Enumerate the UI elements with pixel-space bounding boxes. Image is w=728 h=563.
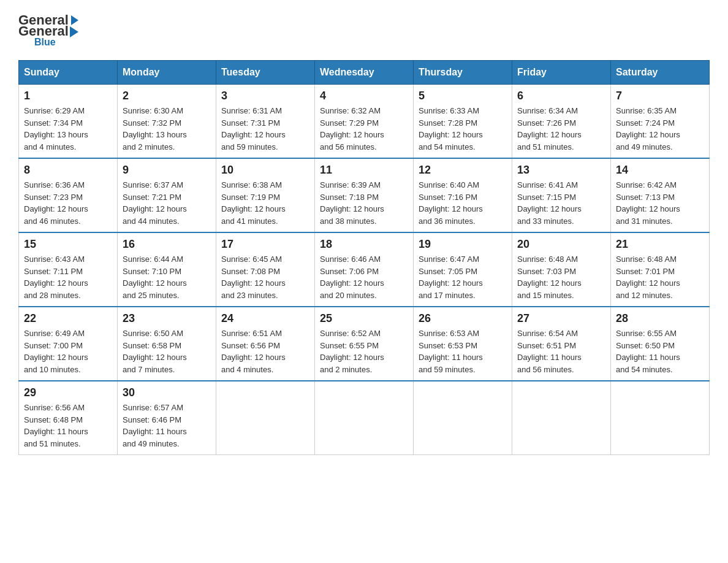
day-info: Sunrise: 6:40 AMSunset: 7:16 PMDaylight:… <box>419 179 507 227</box>
table-row: 10Sunrise: 6:38 AMSunset: 7:19 PMDayligh… <box>216 158 315 232</box>
col-monday: Monday <box>118 61 216 85</box>
day-number: 20 <box>517 238 605 251</box>
table-row <box>315 381 414 455</box>
table-row: 27Sunrise: 6:54 AMSunset: 6:51 PMDayligh… <box>512 307 611 381</box>
day-number: 30 <box>123 386 211 399</box>
day-info: Sunrise: 6:57 AMSunset: 6:46 PMDaylight:… <box>123 402 211 450</box>
day-number: 9 <box>123 164 211 177</box>
day-info: Sunrise: 6:37 AMSunset: 7:21 PMDaylight:… <box>123 179 211 227</box>
table-row: 23Sunrise: 6:50 AMSunset: 6:58 PMDayligh… <box>118 307 216 381</box>
table-row <box>512 381 611 455</box>
table-row: 4Sunrise: 6:32 AMSunset: 7:29 PMDaylight… <box>315 85 414 159</box>
day-number: 21 <box>616 238 704 251</box>
table-row: 7Sunrise: 6:35 AMSunset: 7:24 PMDaylight… <box>611 85 710 159</box>
table-row <box>414 381 512 455</box>
table-row: 14Sunrise: 6:42 AMSunset: 7:13 PMDayligh… <box>611 158 710 232</box>
day-number: 3 <box>221 90 309 102</box>
day-number: 13 <box>517 164 605 177</box>
calendar-table: Sunday Monday Tuesday Wednesday Thursday… <box>18 60 710 455</box>
week-row-2: 8Sunrise: 6:36 AMSunset: 7:23 PMDaylight… <box>19 158 710 232</box>
day-info: Sunrise: 6:42 AMSunset: 7:13 PMDaylight:… <box>616 179 704 227</box>
day-number: 16 <box>123 238 211 251</box>
day-number: 23 <box>123 312 211 325</box>
day-info: Sunrise: 6:34 AMSunset: 7:26 PMDaylight:… <box>517 105 605 153</box>
day-number: 26 <box>419 312 507 325</box>
day-info: Sunrise: 6:56 AMSunset: 6:48 PMDaylight:… <box>24 402 112 450</box>
day-number: 15 <box>24 238 112 251</box>
day-info: Sunrise: 6:45 AMSunset: 7:08 PMDaylight:… <box>221 253 309 301</box>
day-info: Sunrise: 6:50 AMSunset: 6:58 PMDaylight:… <box>123 327 211 375</box>
table-row: 18Sunrise: 6:46 AMSunset: 7:06 PMDayligh… <box>315 232 414 307</box>
table-row: 29Sunrise: 6:56 AMSunset: 6:48 PMDayligh… <box>19 381 118 455</box>
day-number: 6 <box>517 90 605 102</box>
day-number: 25 <box>320 312 408 325</box>
day-info: Sunrise: 6:46 AMSunset: 7:06 PMDaylight:… <box>320 253 408 301</box>
table-row: 3Sunrise: 6:31 AMSunset: 7:31 PMDaylight… <box>216 85 315 159</box>
table-row: 5Sunrise: 6:33 AMSunset: 7:28 PMDaylight… <box>414 85 512 159</box>
day-number: 27 <box>517 312 605 325</box>
day-info: Sunrise: 6:30 AMSunset: 7:32 PMDaylight:… <box>123 105 211 153</box>
day-number: 10 <box>221 164 309 177</box>
day-info: Sunrise: 6:32 AMSunset: 7:29 PMDaylight:… <box>320 105 408 153</box>
day-info: Sunrise: 6:29 AMSunset: 7:34 PMDaylight:… <box>24 105 112 153</box>
day-number: 18 <box>320 238 408 251</box>
col-sunday: Sunday <box>19 61 118 85</box>
day-info: Sunrise: 6:55 AMSunset: 6:50 PMDaylight:… <box>616 327 704 375</box>
day-number: 22 <box>24 312 112 325</box>
table-row: 17Sunrise: 6:45 AMSunset: 7:08 PMDayligh… <box>216 232 315 307</box>
day-info: Sunrise: 6:43 AMSunset: 7:11 PMDaylight:… <box>24 253 112 301</box>
day-number: 4 <box>320 90 408 102</box>
table-row: 19Sunrise: 6:47 AMSunset: 7:05 PMDayligh… <box>414 232 512 307</box>
header-row: Sunday Monday Tuesday Wednesday Thursday… <box>19 61 710 85</box>
table-row: 2Sunrise: 6:30 AMSunset: 7:32 PMDaylight… <box>118 85 216 159</box>
day-info: Sunrise: 6:33 AMSunset: 7:28 PMDaylight:… <box>419 105 507 153</box>
day-number: 2 <box>123 90 211 102</box>
day-number: 7 <box>616 90 704 102</box>
table-row: 9Sunrise: 6:37 AMSunset: 7:21 PMDaylight… <box>118 158 216 232</box>
day-info: Sunrise: 6:41 AMSunset: 7:15 PMDaylight:… <box>517 179 605 227</box>
table-row: 1Sunrise: 6:29 AMSunset: 7:34 PMDaylight… <box>19 85 118 159</box>
table-row: 25Sunrise: 6:52 AMSunset: 6:55 PMDayligh… <box>315 307 414 381</box>
col-wednesday: Wednesday <box>315 61 414 85</box>
day-info: Sunrise: 6:51 AMSunset: 6:56 PMDaylight:… <box>221 327 309 375</box>
table-row: 6Sunrise: 6:34 AMSunset: 7:26 PMDaylight… <box>512 85 611 159</box>
table-row: 21Sunrise: 6:48 AMSunset: 7:01 PMDayligh… <box>611 232 710 307</box>
day-info: Sunrise: 6:53 AMSunset: 6:53 PMDaylight:… <box>419 327 507 375</box>
day-info: Sunrise: 6:38 AMSunset: 7:19 PMDaylight:… <box>221 179 309 227</box>
page-header: General General Blue <box>18 12 710 48</box>
week-row-5: 29Sunrise: 6:56 AMSunset: 6:48 PMDayligh… <box>19 381 710 455</box>
logo: General General Blue <box>18 12 80 48</box>
table-row <box>216 381 315 455</box>
day-number: 24 <box>221 312 309 325</box>
day-number: 28 <box>616 312 704 325</box>
day-info: Sunrise: 6:39 AMSunset: 7:18 PMDaylight:… <box>320 179 408 227</box>
table-row: 20Sunrise: 6:48 AMSunset: 7:03 PMDayligh… <box>512 232 611 307</box>
table-row: 26Sunrise: 6:53 AMSunset: 6:53 PMDayligh… <box>414 307 512 381</box>
table-row: 28Sunrise: 6:55 AMSunset: 6:50 PMDayligh… <box>611 307 710 381</box>
day-number: 19 <box>419 238 507 251</box>
table-row: 11Sunrise: 6:39 AMSunset: 7:18 PMDayligh… <box>315 158 414 232</box>
col-friday: Friday <box>512 61 611 85</box>
logo-blue-text: Blue <box>34 37 56 48</box>
week-row-4: 22Sunrise: 6:49 AMSunset: 7:00 PMDayligh… <box>19 307 710 381</box>
table-row: 16Sunrise: 6:44 AMSunset: 7:10 PMDayligh… <box>118 232 216 307</box>
day-info: Sunrise: 6:47 AMSunset: 7:05 PMDaylight:… <box>419 253 507 301</box>
table-row: 15Sunrise: 6:43 AMSunset: 7:11 PMDayligh… <box>19 232 118 307</box>
day-number: 1 <box>24 90 112 102</box>
table-row: 30Sunrise: 6:57 AMSunset: 6:46 PMDayligh… <box>118 381 216 455</box>
day-number: 12 <box>419 164 507 177</box>
table-row: 13Sunrise: 6:41 AMSunset: 7:15 PMDayligh… <box>512 158 611 232</box>
day-number: 5 <box>419 90 507 102</box>
col-tuesday: Tuesday <box>216 61 315 85</box>
table-row: 24Sunrise: 6:51 AMSunset: 6:56 PMDayligh… <box>216 307 315 381</box>
week-row-1: 1Sunrise: 6:29 AMSunset: 7:34 PMDaylight… <box>19 85 710 159</box>
day-number: 29 <box>24 386 112 399</box>
day-info: Sunrise: 6:35 AMSunset: 7:24 PMDaylight:… <box>616 105 704 153</box>
table-row: 8Sunrise: 6:36 AMSunset: 7:23 PMDaylight… <box>19 158 118 232</box>
day-number: 17 <box>221 238 309 251</box>
table-row: 22Sunrise: 6:49 AMSunset: 7:00 PMDayligh… <box>19 307 118 381</box>
day-info: Sunrise: 6:31 AMSunset: 7:31 PMDaylight:… <box>221 105 309 153</box>
table-row: 12Sunrise: 6:40 AMSunset: 7:16 PMDayligh… <box>414 158 512 232</box>
day-info: Sunrise: 6:36 AMSunset: 7:23 PMDaylight:… <box>24 179 112 227</box>
col-thursday: Thursday <box>414 61 512 85</box>
